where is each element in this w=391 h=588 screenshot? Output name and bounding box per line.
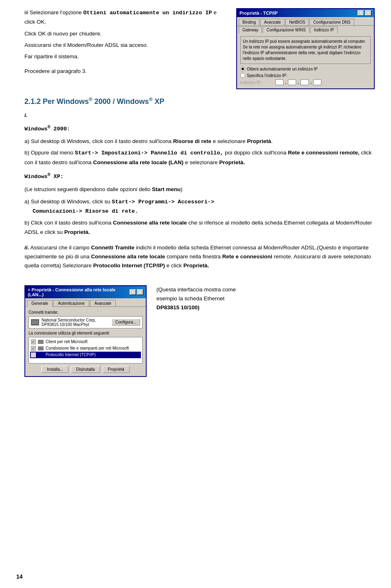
rete-conn-ii: Rete e connessioni — [222, 253, 272, 260]
start-menu-path: Start-> Impostazioni-> Pannello di contr… — [75, 150, 224, 156]
device-row: National Semiconductor Corp, DP83815 10/… — [29, 316, 143, 328]
section-heading: 2.1.2 Per Windows® 2000 / Windows® XP — [24, 97, 375, 106]
subsection-ii-label: ii. — [24, 244, 29, 251]
lan-title: + Proprietà - Connessione alla rete loca… — [28, 287, 130, 297]
page-content: iii Selezionare l'opzione Ottieni automa… — [24, 8, 375, 377]
bottom-section: + Proprietà - Connessione alla rete loca… — [24, 285, 375, 377]
section-number: 2.1.2 Per Windows — [24, 97, 89, 106]
connetti-label: Connetti tramite: — [29, 310, 143, 315]
lan-tab-generale[interactable]: Generale — [27, 300, 53, 307]
lan-tabs: Generale Autenticazione Avanzate — [25, 298, 146, 307]
bottom-right-text: (Questa interfaccia mostra come esempio … — [156, 285, 375, 316]
lan-close-button[interactable]: × — [137, 289, 143, 295]
reg-1: ® — [89, 97, 92, 102]
component-sharing-label: Condivisione file e stampanti per reti M… — [46, 346, 129, 350]
device-name: National Semiconductor Corp, DP83815 10/… — [42, 318, 109, 327]
installa-button[interactable]: Installa... — [42, 366, 68, 373]
risorse-di-rete: Risorse di rete — [173, 138, 211, 144]
close-button[interactable]: × — [365, 10, 371, 16]
tab-avanzate[interactable]: Avanzate — [260, 19, 285, 25]
ip-field-row: Indirizzo IP: . . . — [240, 79, 371, 85]
tab-indirizzo-ip[interactable]: Indirizzo IP — [310, 26, 338, 33]
step-iii-num: iii — [24, 9, 28, 15]
lan-titlebar: + Proprietà - Connessione alla rete loca… — [25, 286, 146, 298]
connection-label: La connessione utilizza gli elementi seg… — [29, 331, 143, 335]
tab-netbios[interactable]: NetBIOS — [286, 19, 309, 25]
component-client-label: Client per reti Microsoft — [46, 339, 88, 344]
win2000-step-b: b) Oppure dal menù Start-> Impostazioni-… — [24, 148, 375, 167]
titlebar-buttons: ? × — [358, 10, 371, 16]
ip-field-label: Indirizzo IP: — [240, 80, 273, 85]
lan-content: Connetti tramite: National Semiconductor… — [25, 307, 146, 376]
checkbox-sharing[interactable]: ✓ — [31, 346, 36, 351]
tcp-ip-ii: Protocollo Internet (TCP/IP) — [93, 262, 165, 269]
component-client: ✓ Client per reti Microsoft — [30, 339, 141, 345]
ip-octet-3[interactable] — [301, 79, 309, 85]
proprieta-button[interactable]: Proprietà — [103, 366, 130, 373]
disinstalla-button[interactable]: Disinstalla — [71, 366, 100, 373]
dialog-box: Proprietà - TCP/IP ? × Binding Avanzate … — [236, 8, 375, 89]
xp-start-path: Start-> Programmi-> Accessori-> — [112, 199, 214, 205]
radio-auto-label: Ottieni automaticamente un indirizzo IP — [247, 67, 318, 71]
radio-manual[interactable]: Specifica l'indirizzo IP: — [240, 73, 371, 78]
help-button[interactable]: ? — [358, 10, 364, 16]
checkbox-tcpip[interactable]: ✓ — [31, 352, 36, 357]
subsection-ii: ii. Assicurarsi che il campo Connetti Tr… — [24, 243, 375, 274]
step-para: Procedere al paragrafo 3. — [24, 67, 228, 76]
svg-rect-1 — [32, 320, 38, 324]
nic-small-tcpip — [38, 353, 44, 357]
component-sharing: ✓ Condivisione file e stampanti per reti… — [30, 345, 141, 352]
radio-auto[interactable]: Ottieni automaticamente un indirizzo IP — [240, 66, 371, 71]
ip-octet-4[interactable] — [313, 79, 321, 85]
caption-line2: esempio la scheda Ethernet — [156, 295, 224, 302]
proprieta-1: Proprietà — [247, 138, 271, 144]
winxp-reg: ® — [48, 172, 51, 177]
xp-step-a: a) Sul desktop di Windows, click su Star… — [24, 197, 375, 216]
tab-gateway[interactable]: Gateway — [239, 26, 262, 33]
components-list: ✓ Client per reti Microsoft ✓ Condivisio… — [29, 337, 143, 363]
windows2000-title: Windows® 2000: — [24, 123, 375, 134]
lan-tab-avanzate[interactable]: Avanzate — [90, 300, 116, 306]
win2000-label: Windows® 2000: — [24, 126, 70, 132]
nic-icon — [31, 319, 39, 326]
proprieta-2: Proprietà. — [219, 159, 245, 165]
lan-help-button[interactable]: ? — [130, 289, 136, 295]
windows-xp-title: Windows® XP: — [24, 171, 375, 182]
xp-start-path-2: Comunicazioni-> Risorse di rete. — [24, 208, 138, 214]
dialog-description: Un indirizzo IP può essere assegnato aut… — [240, 36, 371, 64]
ip-octet-1[interactable] — [275, 79, 283, 85]
configure-button[interactable]: Configura... — [112, 319, 140, 326]
section-title-xp: XP — [152, 97, 164, 106]
step-modem: Assicurarsi che il Modem/Router ADSL sia… — [24, 41, 228, 50]
lan-bottom-buttons: Installa... Disinstalla Proprietà — [29, 366, 143, 373]
ip-octet-2[interactable] — [288, 79, 296, 85]
ip-dot-1: . — [285, 80, 286, 85]
winxp-label: Windows® XP: — [24, 174, 64, 180]
subsection-ii-text: ii. Assicurarsi che il campo Connetti Tr… — [24, 243, 375, 271]
dialog-title: Proprietà - TCP/IP — [239, 11, 278, 15]
lan-dialog: + Proprietà - Connessione alla rete loca… — [24, 285, 147, 377]
dialog-content: Un indirizzo IP può essere assegnato aut… — [237, 33, 374, 88]
page-number: 14 — [16, 573, 23, 580]
tab-conf-dns[interactable]: Configurazione DNS — [310, 19, 354, 25]
step-restart: Far ripartire il sistema. — [24, 52, 228, 61]
component-tcpip[interactable]: ✓ Protocollo Internet (TCP/IP) — [30, 352, 141, 358]
conn-lan-xp: Connessione alla rete locale — [113, 220, 187, 226]
tcpip-dialog: Proprietà - TCP/IP ? × Binding Avanzate … — [236, 8, 375, 89]
nic-small-client — [38, 340, 44, 344]
tab-conf-wins[interactable]: Configurazione WINS — [263, 26, 309, 33]
start-menu-xp: Start menu — [152, 186, 181, 192]
rete-conn-remote: Rete e connessioni remote, — [288, 150, 360, 156]
lan-tab-autenticazione[interactable]: Autenticazione — [53, 300, 89, 306]
caption-bold: DP83815 10/100) — [156, 304, 200, 311]
caption-line1: (Questa interfaccia mostra come — [156, 286, 236, 293]
tab-binding[interactable]: Binding — [239, 19, 259, 25]
xp-step-b: b) Click con il tasto destro sull'icona … — [24, 218, 375, 237]
radio-manual-circle — [240, 73, 245, 78]
connetti-tramite: Connetti Tramite — [91, 244, 135, 251]
step-iii-option: Ottieni automaticamente un indirizzo IP — [83, 10, 212, 16]
section-title-2000: 2000 / Windows — [92, 97, 149, 106]
conn-lan-ii: Connessione alla rete locale — [91, 253, 165, 260]
nic-small-sharing — [38, 346, 44, 350]
checkbox-client[interactable]: ✓ — [31, 339, 36, 344]
